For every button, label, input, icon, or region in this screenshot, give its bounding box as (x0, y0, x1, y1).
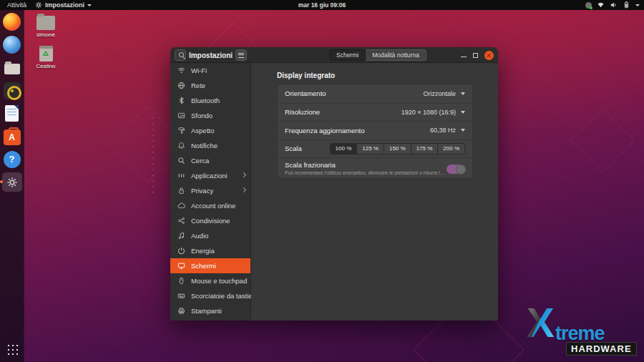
row-label: Frequenza aggiornamento (285, 127, 364, 134)
dock-item-help[interactable]: ? (2, 150, 22, 169)
sidebar-item-bluetooth[interactable]: Bluetooth (170, 93, 250, 108)
sidebar-item-label: Mouse e touchpad (191, 277, 247, 285)
sidebar-item-label: Condivisione (191, 217, 230, 225)
scale-100-button[interactable]: 100 % (331, 144, 357, 154)
desktop-icon-label: simone (30, 31, 62, 38)
mouse-icon (177, 277, 185, 285)
bluetooth-icon (177, 97, 185, 104)
wallpaper-icon (177, 112, 185, 119)
network-icon (597, 1, 605, 9)
sidebar-item-notifiche[interactable]: Notifiche (170, 138, 250, 153)
sidebar-item-label: Cerca (191, 157, 209, 165)
sidebar-item-applicazioni[interactable]: Applicazioni (170, 168, 250, 183)
activities-button[interactable]: Attività (6, 1, 28, 9)
tab-schermi[interactable]: Schermi (329, 49, 366, 61)
fractional-scaling-toggle[interactable] (447, 165, 466, 174)
dropdown-value: 60,38 Hz (430, 127, 456, 134)
show-applications-icon (6, 343, 18, 355)
sidebar-item-aspetto[interactable]: Aspetto (170, 123, 250, 138)
resolution-dropdown[interactable]: 1920 × 1080 (16:9) (401, 109, 465, 116)
fractional-scaling-row: Scala frazionaria Può incrementare l'uti… (278, 157, 472, 178)
row-subtitle: Può incrementare l'utilizzo energetico, … (285, 170, 447, 175)
caret-down-icon (87, 4, 92, 6)
battery-icon (623, 1, 630, 9)
scale-200-button[interactable]: 200 % (437, 144, 464, 154)
caret-down-icon (635, 4, 640, 6)
settings-window: Impostazioni Schermi Modalità notturna W… (170, 47, 498, 321)
sidebar-item-rete[interactable]: Rete (170, 78, 250, 93)
search-icon (177, 157, 185, 165)
hamburger-menu-button[interactable] (235, 49, 247, 61)
sidebar-item-label: Bluetooth (191, 97, 220, 104)
dropdown-caret-icon (461, 129, 465, 132)
sidebar-item-stampanti[interactable]: Stampanti (170, 303, 250, 318)
orientation-row: Orientamento Orizzontale (278, 84, 472, 103)
sidebar-item-label: Privacy (191, 187, 213, 195)
scale-150-button[interactable]: 150 % (384, 144, 411, 154)
refresh-rate-row: Frequenza aggiornamento 60,38 Hz (278, 121, 472, 140)
app-menu-button[interactable]: Impostazioni (35, 1, 92, 9)
row-label: Orientamento (285, 89, 326, 97)
desktop-icon-trash[interactable]: Cestino (30, 46, 62, 69)
desktop-icon-home[interactable]: simone (30, 16, 62, 38)
watermark-hardware: HARDWARE (566, 342, 637, 356)
sidebar-item-audio[interactable]: Audio (170, 228, 250, 243)
refresh-rate-dropdown[interactable]: 60,38 Hz (430, 127, 465, 134)
tab-modalita-notturna[interactable]: Modalità notturna (366, 49, 426, 61)
sidebar-item-scorciatoie-da-tastiera[interactable]: Scorciatoie da tastiera (170, 288, 250, 303)
help-icon: ? (4, 151, 21, 168)
scale-125-button[interactable]: 125 % (356, 144, 384, 154)
close-button[interactable] (484, 51, 494, 60)
sidebar-item-label: Notifiche (191, 142, 218, 150)
sidebar-item-label: Applicazioni (191, 172, 228, 180)
rhythmbox-icon (4, 82, 21, 99)
sidebar-item-wifi[interactable]: Wi-Fi (170, 63, 250, 78)
gear-icon (35, 1, 42, 9)
dropdown-caret-icon (461, 111, 465, 114)
clock[interactable]: mar 16 giu 09:06 (0, 1, 644, 9)
sidebar-item-sfondo[interactable]: Sfondo (170, 108, 250, 123)
share-icon (177, 217, 185, 225)
volume-icon (610, 1, 618, 9)
dock-item-libreoffice-writer[interactable] (2, 104, 22, 123)
sidebar-item-label: Energia (191, 247, 215, 255)
show-applications-button[interactable] (2, 339, 22, 358)
dock-item-firefox[interactable] (2, 12, 22, 31)
system-tray[interactable] (585, 1, 644, 9)
sidebar-item-condivisione[interactable]: Condivisione (170, 213, 250, 228)
music-note-icon (177, 232, 185, 240)
dock-item-rhythmbox[interactable] (2, 81, 22, 100)
dock-item-files[interactable] (2, 58, 22, 77)
ubuntu-software-icon: A (4, 129, 21, 145)
wallpaper-dots (152, 117, 154, 196)
home-folder-icon (36, 16, 55, 30)
settings-gear-icon (6, 177, 18, 188)
app-indicator-icon[interactable] (585, 2, 592, 9)
orientation-dropdown[interactable]: Orizzontale (423, 90, 465, 97)
scale-175-button[interactable]: 175 % (411, 144, 438, 154)
wifi-icon (177, 67, 185, 74)
sidebar-item-label: Rete (191, 82, 205, 89)
maximize-button[interactable] (473, 53, 478, 58)
resolution-row: Risoluzione 1920 × 1080 (16:9) (278, 103, 472, 122)
applications-icon (177, 172, 185, 180)
sidebar-item-label: Stampanti (191, 307, 222, 315)
sidebar-item-energia[interactable]: Energia (170, 243, 250, 258)
dock-item-settings[interactable] (2, 172, 22, 192)
sidebar-item-mouse-e-touchpad[interactable]: Mouse e touchpad (170, 273, 250, 288)
dock: A ? (0, 10, 24, 362)
dock-item-thunderbird[interactable] (2, 35, 22, 54)
xtreme-hardware-watermark: X treme HARDWARE (527, 309, 638, 359)
section-title: Display integrato (277, 72, 335, 79)
sidebar-item-account-online[interactable]: Account online (170, 198, 250, 213)
display-settings-panel: Display integrato Orientamento Orizzonta… (251, 63, 498, 321)
minimize-button[interactable] (461, 57, 467, 58)
titlebar[interactable]: Impostazioni Schermi Modalità notturna (170, 47, 498, 63)
keyboard-icon (177, 292, 185, 300)
bell-icon (177, 142, 185, 150)
sidebar-item-schermi[interactable]: Schermi (170, 258, 250, 273)
sidebar-item-privacy[interactable]: Privacy (170, 183, 250, 198)
display-icon (177, 262, 185, 270)
dock-item-ubuntu-software[interactable]: A (2, 127, 22, 146)
sidebar-item-cerca[interactable]: Cerca (170, 153, 250, 168)
